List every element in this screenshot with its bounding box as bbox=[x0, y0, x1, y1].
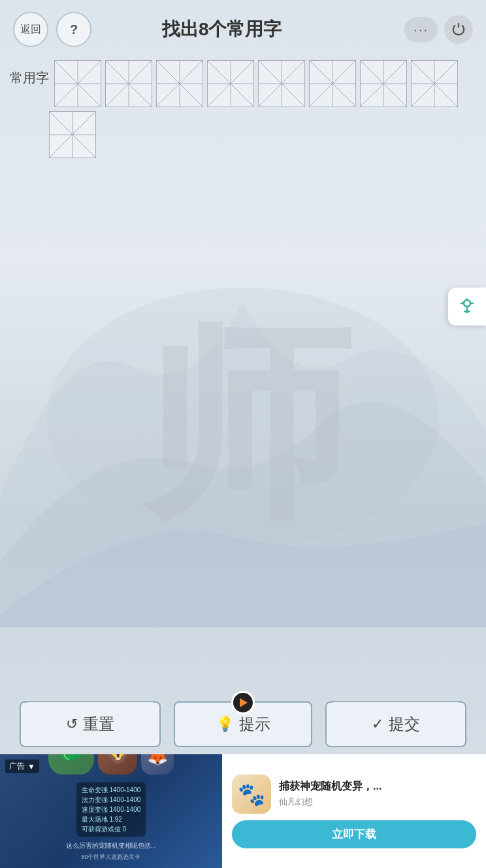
answer-box-4[interactable] bbox=[207, 60, 254, 107]
ad-bottom-small: 80个世界大逃跑选关卡 bbox=[81, 853, 140, 861]
power-icon bbox=[451, 22, 466, 37]
hint-button-wrapper: 💡 提示 bbox=[174, 701, 312, 747]
ad-bottom-text: 这么厉害的宠随机变相呢包括... bbox=[66, 841, 156, 850]
ad-icon-row: 🐾 捕获神宠随机变异，... 仙凡幻想 bbox=[232, 775, 476, 814]
header: 返回 ? 找出8个常用字 ··· bbox=[0, 0, 486, 54]
answer-box-1[interactable] bbox=[54, 60, 101, 107]
ad-image-left: 广告 ▼ 🐉 🦁 🦊 生命变强 1400-1400 bbox=[0, 754, 222, 868]
diag-2 bbox=[106, 61, 152, 107]
watermark-character: 师 bbox=[142, 320, 344, 529]
ad-title: 捕获神宠随机变异，... bbox=[279, 780, 476, 793]
bottom-buttons: ↺ 重置 💡 提示 ✓ 提交 bbox=[0, 701, 486, 747]
ad-banner: 广告 ▼ 🐉 🦁 🦊 生命变强 1400-1400 bbox=[0, 754, 486, 868]
ad-download-button[interactable]: 立即下载 bbox=[232, 820, 476, 848]
more-options-button[interactable]: ··· bbox=[404, 17, 438, 42]
diag-2 bbox=[55, 61, 101, 107]
answer-box-2[interactable] bbox=[105, 60, 152, 107]
ad-tag-label: 广告 bbox=[9, 761, 25, 772]
header-controls: ··· bbox=[404, 15, 473, 44]
diag-2 bbox=[310, 61, 355, 107]
hint-icon: 💡 bbox=[216, 716, 234, 733]
answer-box-5[interactable] bbox=[258, 60, 305, 107]
submit-icon: ✓ bbox=[372, 716, 383, 733]
answer-label: 常用字 bbox=[10, 69, 49, 87]
diag-2 bbox=[361, 61, 406, 107]
help-button[interactable]: ? bbox=[56, 12, 91, 47]
reset-button[interactable]: ↺ 重置 bbox=[20, 701, 161, 747]
back-label: 返回 bbox=[20, 23, 41, 37]
page-title: 找出8个常用字 bbox=[99, 17, 344, 42]
answer-area: 常用字 bbox=[0, 54, 486, 107]
submit-label: 提交 bbox=[389, 714, 420, 735]
help-icon: ? bbox=[70, 22, 78, 37]
joystick-icon bbox=[457, 297, 477, 316]
video-badge bbox=[231, 691, 255, 714]
power-button[interactable] bbox=[444, 15, 473, 44]
answer-box-7[interactable] bbox=[360, 60, 407, 107]
answer-boxes-row2 bbox=[39, 107, 486, 158]
hint-label: 提示 bbox=[239, 714, 270, 735]
svg-point-1 bbox=[464, 300, 470, 307]
answer-box-9[interactable] bbox=[49, 111, 96, 158]
diag-2 bbox=[412, 61, 457, 107]
reset-icon: ↺ bbox=[66, 716, 78, 733]
submit-button[interactable]: ✓ 提交 bbox=[325, 701, 466, 747]
ad-dropdown-icon: ▼ bbox=[27, 762, 35, 771]
ad-tag: 广告 ▼ bbox=[5, 760, 39, 773]
ad-right-panel: 🐾 捕获神宠随机变异，... 仙凡幻想 立即下载 bbox=[222, 754, 486, 868]
answer-box-3[interactable] bbox=[156, 60, 203, 107]
ad-text-block: 捕获神宠随机变异，... 仙凡幻想 bbox=[279, 780, 476, 808]
answer-box-8[interactable] bbox=[411, 60, 458, 107]
diag-2 bbox=[50, 112, 95, 158]
diag-2 bbox=[157, 61, 202, 107]
back-button[interactable]: 返回 bbox=[13, 12, 48, 47]
diag-2 bbox=[259, 61, 304, 107]
reset-label: 重置 bbox=[83, 714, 114, 735]
answer-boxes-row1 bbox=[54, 60, 476, 107]
ad-subtitle: 仙凡幻想 bbox=[279, 796, 476, 808]
diag-2 bbox=[208, 61, 253, 107]
answer-box-6[interactable] bbox=[309, 60, 356, 107]
ad-app-icon: 🐾 bbox=[232, 775, 271, 814]
float-game-button[interactable] bbox=[448, 288, 486, 326]
